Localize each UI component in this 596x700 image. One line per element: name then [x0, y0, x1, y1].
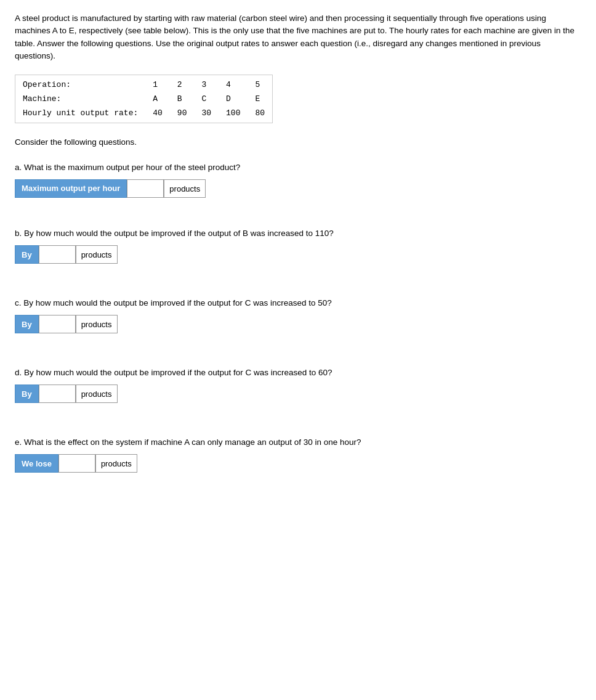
question-c-unit: products	[76, 315, 118, 333]
question-c-input[interactable]	[39, 315, 76, 333]
question-c-block: c. By how much would the output be impro…	[15, 298, 581, 333]
question-e-input[interactable]	[58, 454, 95, 473]
we-lose-label: We lose	[15, 454, 58, 473]
table-row-operation: Operation: 1 2 3 4 5	[15, 75, 272, 92]
machine-e: E	[248, 92, 272, 106]
consider-text: Consider the following questions.	[15, 137, 581, 147]
answer-row-d: By products	[15, 385, 581, 403]
operations-table: Operation: 1 2 3 4 5 Machine: A B C D E …	[15, 75, 273, 123]
question-a-block: a. What is the maximum output per hour o…	[15, 163, 581, 198]
machine-label: Machine:	[15, 92, 145, 106]
question-e-text: e. What is the effect on the system if m…	[15, 437, 581, 447]
machine-b: B	[170, 92, 195, 106]
intro-paragraph: A steel product is manufactured by start…	[15, 12, 581, 62]
question-a-unit: products	[164, 179, 206, 198]
question-a-text: a. What is the maximum output per hour o…	[15, 163, 581, 172]
op-2: 2	[170, 75, 195, 92]
answer-row-b: By products	[15, 245, 581, 264]
answer-row-c: By products	[15, 315, 581, 333]
machine-a: A	[145, 92, 170, 106]
question-d-text: d. By how much would the output be impro…	[15, 368, 581, 377]
op-3: 3	[194, 75, 219, 92]
output-40: 40	[145, 106, 170, 123]
question-e-block: e. What is the effect on the system if m…	[15, 437, 581, 473]
machine-d: D	[219, 92, 248, 106]
answer-row-e: We lose products	[15, 454, 581, 473]
output-100: 100	[219, 106, 248, 123]
question-b-unit: products	[76, 245, 118, 264]
table-row-output: Hourly unit output rate: 40 90 30 100 80	[15, 106, 272, 123]
question-d-input[interactable]	[39, 385, 76, 403]
op-4: 4	[219, 75, 248, 92]
question-e-unit: products	[95, 454, 137, 473]
question-d-block: d. By how much would the output be impro…	[15, 368, 581, 403]
by-label-c: By	[15, 315, 39, 333]
table-row-machine: Machine: A B C D E	[15, 92, 272, 106]
question-d-unit: products	[76, 385, 118, 403]
output-80: 80	[248, 106, 272, 123]
question-b-block: b. By how much would the output be impro…	[15, 229, 581, 264]
question-c-text: c. By how much would the output be impro…	[15, 298, 581, 307]
op-5: 5	[248, 75, 272, 92]
output-90: 90	[170, 106, 195, 123]
machine-c: C	[194, 92, 219, 106]
operation-label: Operation:	[15, 75, 145, 92]
answer-row-a: Maximum output per hour products	[15, 179, 581, 198]
max-output-label: Maximum output per hour	[15, 179, 127, 198]
op-1: 1	[145, 75, 170, 92]
question-a-input[interactable]	[127, 179, 164, 198]
by-label-d: By	[15, 385, 39, 403]
question-b-text: b. By how much would the output be impro…	[15, 229, 581, 238]
question-b-input[interactable]	[39, 245, 76, 264]
by-label-b: By	[15, 245, 39, 264]
output-30: 30	[194, 106, 219, 123]
output-label: Hourly unit output rate:	[15, 106, 145, 123]
